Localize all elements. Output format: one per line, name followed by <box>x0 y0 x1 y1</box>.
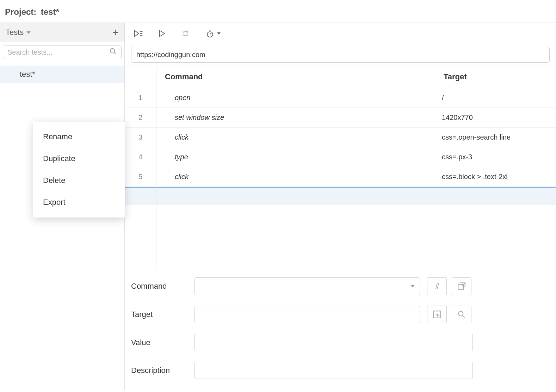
row-command: type <box>156 147 435 167</box>
command-detail-panel: Command // Target <box>125 266 556 390</box>
search-icon <box>457 310 466 319</box>
toggle-comment-button[interactable]: // <box>427 277 447 295</box>
row-target: css=.open-search line <box>435 128 556 147</box>
detail-description-label: Description <box>131 366 187 375</box>
sidebar: Tests + test* Rename Duplicate Delete Ex… <box>0 23 125 390</box>
table-row[interactable]: 1 open / <box>125 88 556 108</box>
svg-point-8 <box>183 35 184 36</box>
project-label: Project: <box>5 7 36 17</box>
project-name: test* <box>41 7 59 17</box>
command-table: Command Target 1 open / 2 set window siz… <box>125 66 556 266</box>
run-button[interactable] <box>157 29 167 38</box>
row-target: 1420x770 <box>435 108 556 127</box>
search-tests-input[interactable] <box>7 48 109 56</box>
svg-line-11 <box>210 33 211 34</box>
context-menu: Rename Duplicate Delete Export <box>33 122 125 218</box>
row-number: 2 <box>125 108 156 127</box>
svg-marker-15 <box>436 314 440 318</box>
detail-target-label: Target <box>131 310 187 319</box>
header-target: Target <box>435 66 556 88</box>
test-list: test* <box>0 66 124 83</box>
open-new-window-button[interactable] <box>452 277 471 295</box>
chevron-down-icon <box>217 32 221 35</box>
base-url-input[interactable] <box>131 47 550 63</box>
select-target-icon <box>432 310 441 319</box>
table-row[interactable]: 3 click css=.open-search line <box>125 128 556 147</box>
open-window-icon <box>457 282 466 291</box>
toolbar <box>125 23 556 44</box>
row-target: css=.px-3 <box>435 147 556 167</box>
run-all-button[interactable] <box>133 29 143 38</box>
sidebar-title-label: Tests <box>6 28 24 37</box>
svg-marker-2 <box>135 30 139 37</box>
row-number: 3 <box>125 128 156 147</box>
search-tests-input-wrap <box>3 45 122 59</box>
test-item[interactable]: test* <box>0 66 124 83</box>
row-number: 4 <box>125 147 156 167</box>
detail-value-label: Value <box>131 338 187 347</box>
row-target: css=.block > .text-2xl <box>435 167 556 186</box>
svg-point-0 <box>110 49 115 53</box>
table-row[interactable]: 4 type css=.px-3 <box>125 147 556 167</box>
row-command: open <box>156 88 435 108</box>
step-button[interactable] <box>181 29 191 38</box>
project-header: Project: test* <box>0 0 556 23</box>
header-command: Command <box>156 66 435 88</box>
row-command: click <box>156 167 435 186</box>
row-target: / <box>435 88 556 108</box>
context-menu-duplicate[interactable]: Duplicate <box>33 148 125 170</box>
detail-target-input[interactable] <box>194 306 420 323</box>
chevron-down-icon <box>26 31 31 34</box>
detail-command-select[interactable] <box>194 277 420 295</box>
detail-command-label: Command <box>131 282 187 291</box>
tests-dropdown[interactable]: Tests <box>6 28 31 37</box>
context-menu-delete[interactable]: Delete <box>33 170 125 191</box>
table-row[interactable]: 2 set window size 1420x770 <box>125 108 556 128</box>
add-test-button[interactable]: + <box>112 27 119 38</box>
svg-point-7 <box>183 31 184 32</box>
select-target-button[interactable] <box>427 306 447 323</box>
table-row[interactable]: 5 click css=.block > .text-2xl <box>125 167 556 187</box>
sidebar-header: Tests + <box>0 23 124 42</box>
slash-icon: // <box>435 282 438 291</box>
context-menu-export[interactable]: Export <box>33 191 125 213</box>
svg-line-1 <box>114 53 116 54</box>
detail-description-input[interactable] <box>194 362 473 379</box>
row-number: 1 <box>125 88 156 108</box>
new-command-row[interactable] <box>125 187 556 205</box>
row-command: click <box>156 128 435 147</box>
svg-point-16 <box>458 311 463 316</box>
svg-line-17 <box>463 316 465 318</box>
detail-value-input[interactable] <box>194 334 473 351</box>
table-header: Command Target <box>125 66 556 88</box>
row-number: 5 <box>125 167 156 186</box>
svg-marker-6 <box>160 30 165 37</box>
speed-button[interactable] <box>205 29 221 38</box>
find-target-button[interactable] <box>452 306 471 323</box>
context-menu-rename[interactable]: Rename <box>33 126 125 148</box>
row-command: set window size <box>156 108 435 127</box>
main-panel: Command Target 1 open / 2 set window siz… <box>125 23 556 390</box>
search-icon <box>109 48 117 57</box>
